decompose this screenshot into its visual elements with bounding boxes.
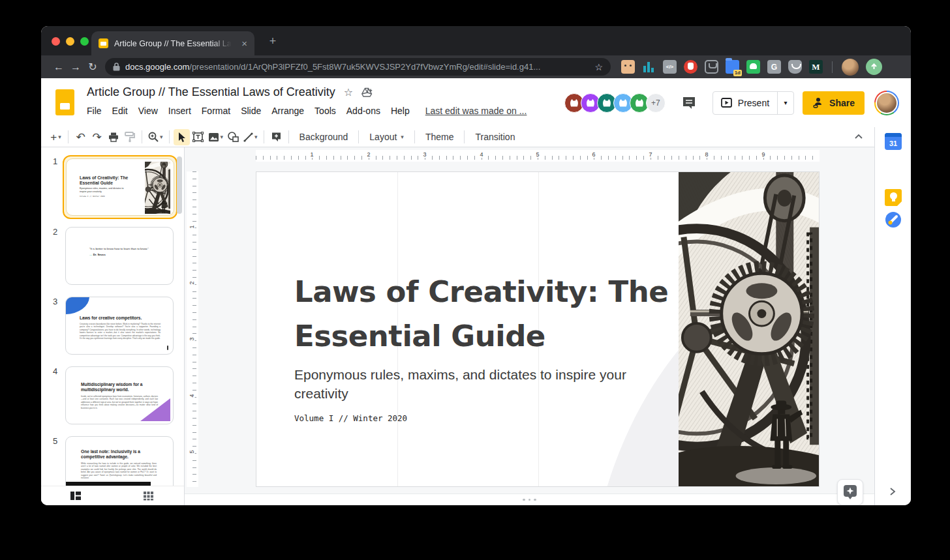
browser-window: Article Group // The Essential Laws of C… xyxy=(41,26,911,505)
slide-title[interactable]: Laws of Creativity: The Essential Guide xyxy=(294,270,671,359)
browser-tab[interactable]: Article Group // The Essential Laws of C… xyxy=(91,31,254,55)
slide-thumbnail-selected[interactable]: Laws of Creativity: The Essential Guide … xyxy=(63,155,177,219)
explore-button[interactable] xyxy=(837,479,863,505)
menu-help[interactable]: Help xyxy=(391,106,410,116)
slide-1-thumbnail[interactable]: Laws of Creativity: The Essential Guide … xyxy=(66,158,174,216)
theme-button[interactable]: Theme xyxy=(419,129,461,145)
menu-slide[interactable]: Slide xyxy=(241,106,261,116)
new-slide-button[interactable]: +▾ xyxy=(48,129,64,145)
menu-insert[interactable]: Insert xyxy=(168,106,191,116)
divider xyxy=(142,130,142,143)
background-button[interactable]: Background xyxy=(293,129,355,145)
print-button[interactable] xyxy=(105,129,121,145)
ruler-number: 3 xyxy=(421,151,428,158)
browser-toolbar: ← → ↻ docs.google.com/presentation/d/1Ar… xyxy=(41,55,911,78)
menu-tools[interactable]: Tools xyxy=(314,106,336,116)
inbox-extension-icon[interactable] xyxy=(705,60,718,74)
menu-bar: File Edit View Insert Format Slide Arran… xyxy=(87,106,527,116)
slide-text-block[interactable]: Laws of Creativity: The Essential Guide … xyxy=(294,270,671,423)
divider xyxy=(832,61,833,73)
new-tab-button[interactable]: + xyxy=(265,33,281,49)
g-extension-icon[interactable]: G xyxy=(767,60,781,74)
menu-arrange[interactable]: Arrange xyxy=(271,106,304,116)
transition-button[interactable]: Transition xyxy=(468,129,521,145)
update-browser-icon[interactable] xyxy=(866,59,882,75)
ruler-number: 5 xyxy=(189,449,195,454)
add-to-drive-icon[interactable] xyxy=(361,87,373,97)
insert-comment-button[interactable] xyxy=(268,129,284,145)
tab-close-icon[interactable]: × xyxy=(241,38,247,48)
redo-button[interactable]: ↷ xyxy=(89,129,105,145)
minimize-window-button[interactable] xyxy=(66,37,74,46)
forward-button[interactable]: → xyxy=(67,59,84,76)
insert-line-button[interactable]: ▾ xyxy=(241,129,260,145)
account-avatar[interactable] xyxy=(874,91,899,115)
slide-4-thumbnail[interactable]: Multidisciplinary wisdom for a multidisc… xyxy=(65,366,174,424)
paint-format-button[interactable] xyxy=(121,129,138,145)
insert-shape-button[interactable] xyxy=(225,129,241,145)
collaborator-overflow-badge[interactable]: +7 xyxy=(646,93,666,113)
slide-2-thumbnail[interactable]: “It is better to know how to learn than … xyxy=(65,227,174,285)
filmstrip-view-icon xyxy=(70,490,82,501)
star-document-icon[interactable]: ☆ xyxy=(344,86,353,98)
zoom-icon xyxy=(148,132,159,142)
collaborator-avatars: +7 xyxy=(564,93,666,113)
slide-number: 1 xyxy=(53,156,57,166)
adblock-extension-icon[interactable] xyxy=(684,60,697,74)
bookmark-star-icon[interactable]: ☆ xyxy=(594,62,603,72)
undo-button[interactable]: ↶ xyxy=(72,129,89,145)
pocket-extension-icon[interactable] xyxy=(788,60,802,74)
slide-meta[interactable]: Volume I // Winter 2020 xyxy=(294,413,671,423)
divider xyxy=(68,130,69,143)
url-bar[interactable]: docs.google.com/presentation/d/1ArQhP3lP… xyxy=(105,58,611,76)
hide-menus-button[interactable] xyxy=(853,132,864,142)
machinery-engraving-image[interactable] xyxy=(679,172,819,486)
select-tool-button[interactable] xyxy=(174,129,190,145)
menu-addons[interactable]: Add-ons xyxy=(346,106,380,116)
speaker-notes-handle[interactable] xyxy=(185,494,874,505)
hide-side-panel-button[interactable] xyxy=(887,486,898,497)
purple-triangle-shape xyxy=(140,398,170,421)
slide-3-thumbnail[interactable]: Laws for creative competitors. Creativit… xyxy=(65,297,174,355)
present-button[interactable]: Present xyxy=(713,98,777,108)
insert-image-button[interactable]: ▾ xyxy=(206,129,226,145)
slide-subtitle[interactable]: Eponymous rules, maxims, and dictates to… xyxy=(294,365,652,403)
layout-button[interactable]: Layout▾ xyxy=(363,129,410,145)
stats-extension-icon[interactable] xyxy=(642,60,656,74)
grid-view-button[interactable] xyxy=(143,490,154,501)
tasks-icon[interactable] xyxy=(885,211,902,228)
url-text: docs.google.com/presentation/d/1ArQhP3lP… xyxy=(125,62,589,72)
filmstrip-scrollbar[interactable] xyxy=(177,156,182,214)
close-window-button[interactable] xyxy=(52,37,60,46)
comments-button[interactable] xyxy=(681,95,697,111)
drive-folder-extension-icon[interactable]: 1d xyxy=(726,60,739,74)
reload-button[interactable]: ↻ xyxy=(84,59,101,76)
bitmoji-extension-icon[interactable] xyxy=(621,60,635,74)
zoom-button[interactable]: ▾ xyxy=(146,129,165,145)
current-slide[interactable]: Laws of Creativity: The Essential Guide … xyxy=(256,171,820,487)
menu-file[interactable]: File xyxy=(87,106,102,116)
ruler-number: 1 xyxy=(189,224,195,229)
evernote-extension-icon[interactable] xyxy=(746,60,760,74)
keep-icon[interactable] xyxy=(885,189,902,206)
back-button[interactable]: ← xyxy=(50,59,67,76)
document-title[interactable]: Article Group // The Essential Laws of C… xyxy=(87,85,335,99)
last-edit-link[interactable]: Last edit was made on ... xyxy=(425,106,527,116)
browser-profile-avatar[interactable] xyxy=(842,59,859,76)
zoom-window-button[interactable] xyxy=(80,37,89,46)
menu-format[interactable]: Format xyxy=(202,106,230,116)
code-extension-icon[interactable]: </> xyxy=(663,60,677,74)
slides-favicon-icon xyxy=(99,38,108,48)
ruler-number: 5 xyxy=(534,151,541,158)
menu-edit[interactable]: Edit xyxy=(112,106,128,116)
slides-logo-icon[interactable] xyxy=(55,89,74,115)
present-options-caret[interactable]: ▾ xyxy=(777,92,793,114)
filmstrip-view-button[interactable] xyxy=(70,490,82,501)
menu-view[interactable]: View xyxy=(138,106,158,116)
medium-extension-icon[interactable]: M xyxy=(809,60,823,74)
calendar-icon[interactable]: 31 xyxy=(885,133,902,150)
share-button[interactable]: Share xyxy=(803,91,865,115)
thumb-quote: “It is better to know how to learn than … xyxy=(89,247,149,250)
comment-icon xyxy=(681,95,697,111)
text-box-button[interactable] xyxy=(190,129,206,145)
